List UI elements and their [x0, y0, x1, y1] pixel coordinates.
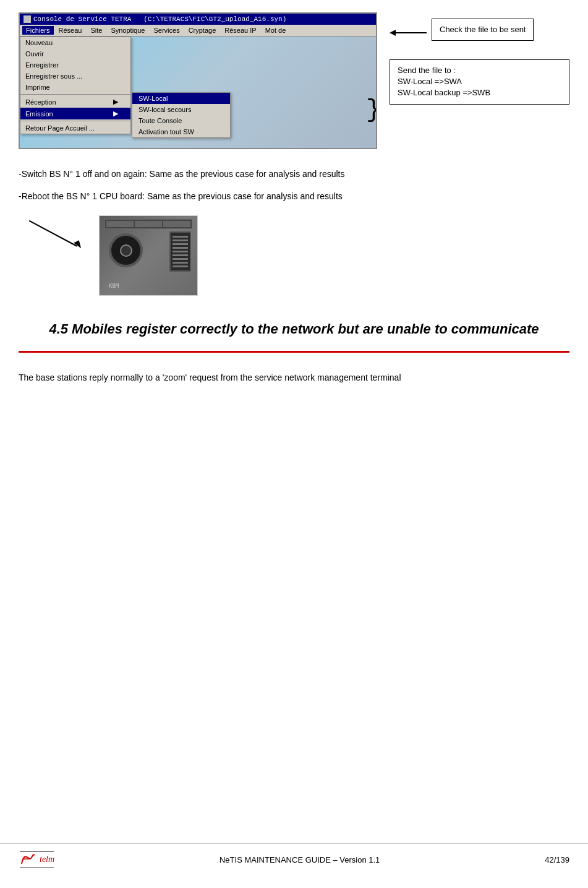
- pcb-label: KBM: [109, 283, 119, 289]
- annotation-arrow-check: [390, 19, 427, 44]
- svg-marker-3: [74, 240, 81, 248]
- check-file-box: Check the file to be sent: [432, 19, 534, 41]
- submenu-arrow: ▶: [113, 98, 118, 106]
- submenu-item-sw-local-secours[interactable]: SW-local secours: [132, 104, 230, 115]
- footer-logo: telm: [19, 851, 54, 868]
- window-icon: [23, 15, 31, 23]
- section-divider: [19, 351, 569, 353]
- window-title: Console de Service TETRA (C:\TETRACS\FIC…: [33, 15, 286, 23]
- menu-reseau-ip[interactable]: Réseau IP: [221, 26, 260, 35]
- send-file-line2: SW-Local =>SWA: [398, 76, 561, 87]
- reboot-bs-text: -Reboot the BS N° 1 CPU board: Same as t…: [19, 190, 569, 203]
- section-body-text: The base stations reply normally to a 'z…: [19, 371, 569, 384]
- menu-synoptique[interactable]: Synoptique: [107, 26, 148, 35]
- menu-item-ouvrir[interactable]: Ouvrir: [20, 48, 130, 59]
- check-file-text: Check the file to be sent: [440, 25, 526, 34]
- tetra-window: Console de Service TETRA (C:\TETRACS\FIC…: [19, 12, 377, 149]
- pcb-board: KBM: [100, 216, 197, 295]
- menu-cryptage[interactable]: Cryptage: [185, 26, 220, 35]
- tetra-titlebar: Console de Service TETRA (C:\TETRACS\FIC…: [20, 14, 376, 25]
- emission-submenu[interactable]: SW-Local SW-local secours Toute Console …: [132, 92, 231, 138]
- menu-item-imprime[interactable]: Imprime: [20, 82, 130, 93]
- screenshot-area: Console de Service TETRA (C:\TETRACS\FIC…: [19, 12, 377, 149]
- footer-guide-title: NeTIS MAINTENANCE GUIDE – Version 1.1: [67, 855, 532, 864]
- submenu-item-toute-console[interactable]: Toute Console: [132, 115, 230, 126]
- submenu-arrow-emission: ▶: [113, 110, 118, 118]
- annotations-panel: Check the file to be sent Send the file …: [390, 12, 569, 149]
- menu-item-emission[interactable]: Emission ▶: [20, 108, 130, 119]
- menu-site[interactable]: Site: [87, 26, 106, 35]
- section-heading: 4.5 Mobiles register correctly to the ne…: [19, 321, 569, 338]
- section-title: 4.5 Mobiles register correctly to the ne…: [19, 321, 569, 338]
- svg-marker-1: [390, 30, 396, 36]
- dropdown-menu[interactable]: Nouveau Ouvrir Enregistrer Enregistrer s…: [20, 37, 131, 134]
- submenu-item-sw-local[interactable]: SW-Local: [132, 93, 230, 104]
- diagonal-arrow: [19, 215, 93, 252]
- svg-line-2: [29, 221, 77, 246]
- menu-item-nouveau[interactable]: Nouveau: [20, 37, 130, 48]
- menu-mot-de[interactable]: Mot de: [262, 26, 290, 35]
- send-file-box: Send the file to : SW-Local =>SWA SW-Loc…: [390, 59, 569, 105]
- footer: telm NeTIS MAINTENANCE GUIDE – Version 1…: [0, 843, 588, 876]
- menu-fichiers[interactable]: Fichiers: [22, 26, 54, 35]
- submenu-item-activation[interactable]: Activation tout SW: [132, 126, 230, 137]
- tetra-menubar[interactable]: Fichiers Réseau Site Synoptique Services…: [20, 25, 376, 37]
- bracket-annotation: }: [366, 92, 376, 129]
- cpu-board-area: KBM: [19, 215, 569, 296]
- logo-icon: [19, 853, 37, 866]
- send-file-line3: SW-Local backup =>SWB: [398, 87, 561, 98]
- menu-item-reception[interactable]: Réception ▶: [20, 96, 130, 108]
- switch-bs-text: -Switch BS N° 1 off and on again: Same a…: [19, 168, 569, 181]
- menu-services[interactable]: Services: [150, 26, 183, 35]
- check-file-annotation: Check the file to be sent: [390, 19, 569, 44]
- menu-reseau[interactable]: Réseau: [55, 26, 86, 35]
- top-section: Console de Service TETRA (C:\TETRACS\FIC…: [19, 12, 569, 149]
- menu-item-enregistrer[interactable]: Enregistrer: [20, 59, 130, 71]
- send-file-line1: Send the file to :: [398, 65, 561, 76]
- dropdown-separator-2: [20, 121, 130, 121]
- logo-text: telm: [40, 855, 54, 864]
- menu-item-enregistrer-sous[interactable]: Enregistrer sous ...: [20, 71, 130, 82]
- bracket-symbol: }: [366, 98, 376, 123]
- menu-item-retour[interactable]: Retour Page Accueil ...: [20, 123, 130, 134]
- tetra-body: Nouveau Ouvrir Enregistrer Enregistrer s…: [20, 37, 376, 148]
- footer-page-number: 42/139: [545, 855, 569, 864]
- cpu-image-box: KBM: [99, 215, 198, 296]
- dropdown-separator-1: [20, 94, 130, 95]
